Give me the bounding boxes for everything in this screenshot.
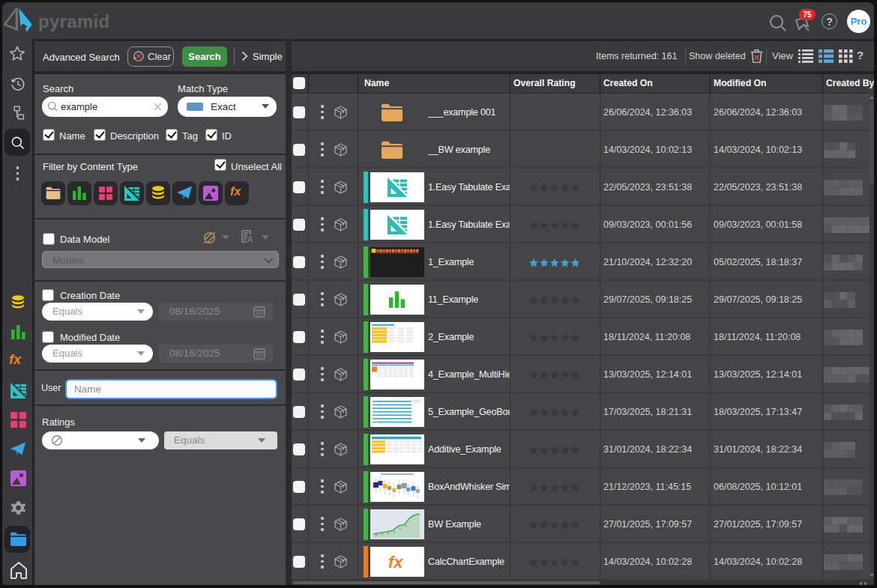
svg-text:fx: fx <box>388 553 403 572</box>
svg-text:A: A <box>247 234 253 243</box>
